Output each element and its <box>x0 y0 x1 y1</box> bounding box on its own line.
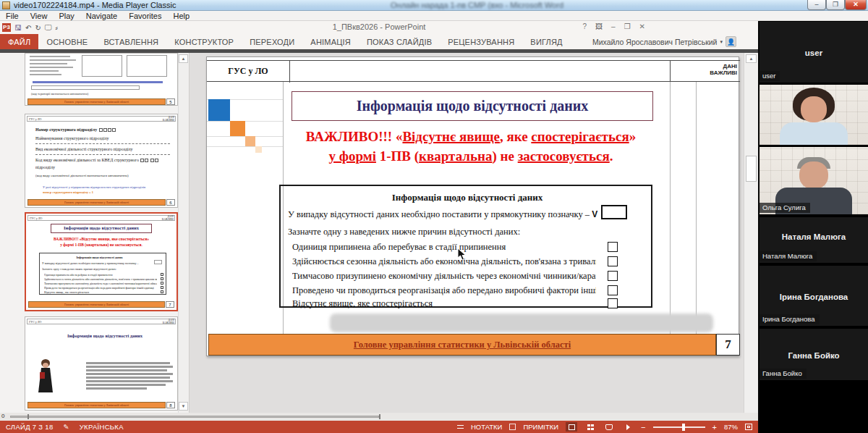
comments-icon <box>509 424 516 430</box>
slide-canvas[interactable]: ГУС у ЛО ДАНІ ВАЖЛИВІ <box>206 56 739 356</box>
reason-checkbox <box>608 285 618 295</box>
qat-customize-icon[interactable]: ⸗ <box>55 24 57 32</box>
thumb6-line2: Найменування структурного підрозділу <box>35 136 170 140</box>
ink-pen-icon[interactable]: ✎ <box>63 423 69 431</box>
slide-title-box: Інформація щодо відсутності даних <box>292 91 653 121</box>
menu-view[interactable]: View <box>25 12 54 20</box>
mpc-window-title: video1702224184.mp4 - Media Player Class… <box>14 1 176 9</box>
slide-vertical-scrollbar[interactable]: ▲ <box>744 53 758 413</box>
menu-navigate[interactable]: Navigate <box>80 12 123 20</box>
language-indicator[interactable]: УКРАЇНСЬКА <box>80 423 124 431</box>
slide-title: Інформація щодо відсутності даних <box>292 92 652 120</box>
scroll-up-icon[interactable]: ▲ <box>179 54 188 63</box>
undo-icon[interactable]: ↶ <box>25 24 31 32</box>
tab-review[interactable]: РЕЦЕНЗУВАННЯ <box>440 34 522 49</box>
slide-warning-text: ВАЖЛИВО!!! «Відсутнє явище, яке спостері… <box>221 127 720 166</box>
ribbon-display-icon[interactable]: 🖾 <box>595 22 603 30</box>
tab-file[interactable]: ФАЙЛ <box>0 34 38 49</box>
account-area[interactable]: Михайло Ярославович Петрівський ▾ 👤 <box>592 34 736 49</box>
notes-button[interactable]: НОТАТКИ <box>471 423 503 431</box>
thumbnail-pane-scrollbar[interactable]: ▲ ▼ <box>178 53 189 413</box>
thumb6-header: ГУС у ЛО ДАНІВАЖЛИВІ <box>27 116 176 122</box>
hscroll-track[interactable] <box>10 416 379 418</box>
reason-checkbox <box>608 298 618 308</box>
bottom-strip: 0 <box>0 413 758 421</box>
thumbnail-slide-5[interactable]: (код території визначається автоматично)… <box>25 53 178 106</box>
thumb8-page-number: 8 <box>166 402 175 408</box>
statusbar-right: НОТАТКИ ПРИМІТКИ − + 87% <box>457 422 758 432</box>
tab-transitions[interactable]: ПЕРЕХОДИ <box>242 34 302 49</box>
ppt-minimize-icon[interactable]: – <box>611 22 616 30</box>
hscroll-end-cap <box>379 414 380 419</box>
background-word-window-title: Онлайн нарада 1-пв СМР (вхо - Microsoft … <box>391 1 608 9</box>
zoom-level[interactable]: 87% <box>724 423 738 431</box>
chevron-down-icon: ▾ <box>720 39 723 45</box>
participant-label: Ганна Бойко <box>760 369 807 379</box>
reason-checkbox <box>608 271 618 281</box>
powerpoint-window: 1_ПВкв2026 - PowerPoint P3 🖫 ↶ ↻ 🖵 ⸗ ? 🖾… <box>0 21 758 433</box>
start-slideshow-icon[interactable]: 🖵 <box>45 23 52 32</box>
thumbnail-slide-6[interactable]: ГУС у ЛО ДАНІВАЖЛИВІ Номер структурного … <box>25 114 178 208</box>
shoulders <box>780 122 848 146</box>
reason-checkbox <box>608 242 618 252</box>
tab-animations[interactable]: АНІМАЦІЯ <box>302 34 359 49</box>
ppt-content: (код території визначається автоматично)… <box>0 53 758 421</box>
mpc-menubar: File View Play Navigate Favorites Help <box>0 11 868 21</box>
slide-footer-bar: Головне управління статистики у Львівськ… <box>208 334 716 356</box>
thumb6-line7: У разі відсутності у підприємства відокр… <box>43 185 170 189</box>
participant-tile-dark: Наталя Малюга Наталя Малюга <box>760 217 868 264</box>
thumb6-line6: (код виду економічної діяльності визнача… <box>35 174 170 177</box>
slideshow-button[interactable] <box>622 422 634 432</box>
reason-item: Тимчасово призупинено економічну діяльні… <box>292 271 596 282</box>
reason-checkbox <box>608 256 618 266</box>
thumb6-line8: номер структурного підрозділу = 1 <box>43 190 170 194</box>
close-button[interactable]: ✕ <box>845 0 867 10</box>
absence-info-box: Інформація щодо відсутності даних У випа… <box>279 185 652 308</box>
zoom-in-button[interactable]: + <box>712 424 717 431</box>
menu-file[interactable]: File <box>0 12 25 20</box>
ppt-restore-icon[interactable]: ❐ <box>624 22 631 30</box>
thumb8-title: Інформація щодо відсутності даних <box>47 333 163 338</box>
thumbnail-slide-7-selected[interactable]: ГУС у ЛО ДАНІВАЖЛИВІ Інформація щодо від… <box>25 212 178 311</box>
mpc-titlebar[interactable]: video1702224184.mp4 - Media Player Class… <box>0 0 868 11</box>
scrollbar-thumb[interactable] <box>746 156 757 182</box>
menu-favorites[interactable]: Favorites <box>123 12 167 20</box>
box-heading: Інформація щодо відсутності даних <box>281 192 654 203</box>
comments-button[interactable]: ПРИМІТКИ <box>523 423 558 431</box>
save-icon[interactable]: 🖫 <box>14 24 22 32</box>
tab-design[interactable]: КОНСТРУКТОР <box>166 34 242 49</box>
fit-slide-icon[interactable] <box>745 424 752 430</box>
participant-label: Ірина Богданова <box>760 314 820 324</box>
ppt-close-icon[interactable]: ✕ <box>639 22 645 30</box>
thumb7-info-box: Інформація щодо відсутності даних У випа… <box>39 253 166 295</box>
menu-play[interactable]: Play <box>53 12 80 20</box>
video-content[interactable]: 1_ПВкв2026 - PowerPoint P3 🖫 ↶ ↻ 🖵 ⸗ ? 🖾… <box>0 21 868 433</box>
menu-help[interactable]: Help <box>167 12 195 20</box>
tab-view[interactable]: ВИГЛЯД <box>522 34 570 49</box>
thumb6-line1: Номер структурного підрозділу <box>35 127 170 132</box>
maximize-button[interactable]: ❐ <box>826 0 845 10</box>
zoom-slider[interactable] <box>653 426 705 428</box>
tab-home[interactable]: ОСНОВНЕ <box>38 34 95 49</box>
ppt-help-icon[interactable]: ? <box>583 22 587 30</box>
thumb7-page-number: 7 <box>166 301 174 308</box>
thumb6-page-number: 6 <box>166 199 175 206</box>
zoom-out-button[interactable]: − <box>641 424 645 431</box>
zoom-slider-thumb[interactable] <box>682 424 685 431</box>
thumbnail-slide-8[interactable]: ГУС у ЛО ДАНІВАЖЛИВІ Інформація щодо від… <box>25 316 178 411</box>
scroll-up-icon[interactable]: ▲ <box>746 54 757 63</box>
slide-sorter-button[interactable] <box>584 422 596 432</box>
thumb7-warning-2: у формі 1-ПВ (квартальна) не застосовуєт… <box>29 243 174 247</box>
reason-item: Здійснюється сезонна діяльність або екон… <box>292 256 596 267</box>
scroll-down-icon[interactable]: ▼ <box>179 402 188 411</box>
tab-slideshow[interactable]: ПОКАЗ СЛАЙДІВ <box>359 34 440 49</box>
hscroll-handle[interactable] <box>27 414 29 419</box>
minimize-button[interactable]: – <box>807 0 826 10</box>
normal-view-button[interactable] <box>566 422 577 432</box>
tab-insert[interactable]: ВСТАВЛЕННЯ <box>95 34 166 49</box>
ppt-statusbar: СЛАЙД 7 З 18 ✎ УКРАЇНСЬКА НОТАТКИ ПРИМІТ… <box>0 421 758 433</box>
participant-name-center: Ірина Богданова <box>760 293 868 301</box>
reading-view-button[interactable] <box>603 422 615 432</box>
redo-icon[interactable]: ↻ <box>35 24 41 32</box>
statusbar-left: СЛАЙД 7 З 18 ✎ УКРАЇНСЬКА <box>0 423 124 431</box>
